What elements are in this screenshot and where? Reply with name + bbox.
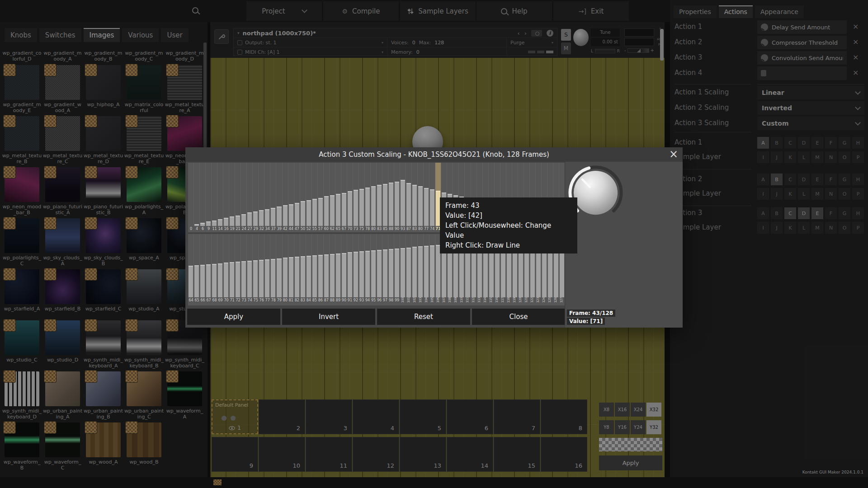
curve-bar-frame[interactable] [359, 234, 364, 297]
curve-bar-frame[interactable] [394, 163, 400, 226]
curve-bar-frame[interactable] [364, 163, 370, 226]
curve-bar-frame[interactable] [376, 163, 382, 226]
curve-bar-value-label: 114 [482, 297, 488, 305]
curve-bar-frame[interactable] [411, 163, 417, 226]
curve-bar-frame[interactable] [311, 234, 317, 297]
curve-bar-frame[interactable] [270, 234, 276, 297]
modal-reset-button[interactable]: Reset [377, 309, 470, 325]
curve-bar-frame[interactable] [211, 163, 217, 226]
curve-bar-frame[interactable] [264, 163, 270, 226]
curve-bar-value-label: 115 [488, 297, 494, 305]
curve-bar-value-label: 90 [394, 226, 400, 232]
modal-apply-button[interactable]: Apply [187, 309, 280, 325]
curve-bar-frame[interactable] [406, 234, 411, 297]
curve-bar-frame[interactable] [353, 234, 359, 297]
curve-bar-frame[interactable] [394, 234, 400, 297]
curve-bar-frame[interactable] [241, 234, 246, 297]
curve-bar-frame[interactable] [376, 234, 382, 297]
curve-bar-frame[interactable] [229, 234, 235, 297]
curve-bar-frame[interactable] [429, 163, 435, 226]
curve-bar-frame[interactable] [193, 234, 199, 297]
curve-bar-frame[interactable] [423, 234, 429, 297]
curve-bar-frame[interactable] [235, 163, 241, 226]
curve-bar-frame[interactable] [276, 163, 282, 226]
curve-bar-frame[interactable] [282, 234, 288, 297]
curve-bar-frame[interactable] [288, 163, 294, 226]
curve-bar-frame[interactable] [364, 234, 370, 297]
close-icon[interactable]: × [669, 147, 678, 161]
curve-bar-frame[interactable] [306, 234, 311, 297]
curve-bar-frame[interactable] [193, 163, 199, 226]
curve-bar-frame[interactable] [423, 163, 429, 226]
curve-bar-frame[interactable] [382, 163, 388, 226]
dialog-titlebar[interactable]: Action 3 Custom Scaling - KNOB_1SS62O45O… [185, 147, 683, 162]
curve-bar-value-label: 27 [247, 226, 253, 232]
curve-bar-frame[interactable] [353, 163, 359, 226]
curve-bar-frame[interactable] [205, 163, 211, 226]
curve-bar-frame[interactable] [300, 234, 306, 297]
curve-bar-frame[interactable] [294, 163, 300, 226]
curve-bar-value-label: 92 [353, 297, 359, 305]
curve-bar-frame[interactable] [317, 163, 323, 226]
curve-bar-frame[interactable] [329, 163, 335, 226]
curve-bar-frame[interactable] [188, 234, 193, 297]
curve-bar-frame[interactable] [347, 163, 353, 226]
curve-bar-frame[interactable] [335, 234, 341, 297]
curve-bar-frame[interactable] [282, 163, 288, 226]
curve-bar-frame[interactable] [306, 163, 311, 226]
curve-bar-frame[interactable] [406, 163, 411, 226]
curve-bar-frame[interactable] [323, 234, 329, 297]
curve-bar-frame[interactable] [205, 234, 211, 297]
curve-bar-frame[interactable] [400, 163, 406, 226]
curve-bar-frame[interactable] [323, 163, 329, 226]
curve-bar-frame[interactable] [417, 163, 423, 226]
curve-bar-frame[interactable] [370, 234, 376, 297]
curve-bar-frame[interactable] [246, 234, 252, 297]
curve-bar-frame[interactable] [235, 234, 241, 297]
curve-bar-frame[interactable] [199, 163, 205, 226]
modal-close-button[interactable]: Close [472, 309, 565, 325]
curve-bar-frame[interactable] [264, 234, 270, 297]
curve-bar-frame[interactable] [400, 234, 406, 297]
curve-bar-frame[interactable] [199, 234, 205, 297]
curve-bar-frame[interactable] [388, 234, 394, 297]
curve-bar-frame[interactable] [388, 163, 394, 226]
curve-bar-frame[interactable] [188, 163, 193, 226]
modal-invert-button[interactable]: Invert [282, 309, 375, 325]
curve-bar-frame[interactable] [294, 234, 300, 297]
curve-bar-frame[interactable] [335, 163, 341, 226]
curve-bar-frame[interactable] [217, 234, 223, 297]
curve-bar-frame[interactable] [347, 234, 353, 297]
curve-bar-value-label: 78 [270, 297, 276, 305]
curve-bar-frame[interactable] [382, 234, 388, 297]
curve-bar-frame[interactable] [258, 163, 264, 226]
curve-bar-frame[interactable] [411, 234, 417, 297]
curve-bar-frame[interactable] [258, 234, 264, 297]
curve-bar-frame[interactable] [317, 234, 323, 297]
curve-bar-frame[interactable] [417, 234, 423, 297]
curve-bar-frame[interactable] [429, 234, 435, 297]
curve-bar-frame[interactable] [252, 234, 258, 297]
curve-bar-frame[interactable] [229, 163, 235, 226]
curve-bar-value-label: 78 [364, 226, 370, 232]
curve-bar-frame[interactable] [311, 163, 317, 226]
curve-bar-frame[interactable] [341, 234, 347, 297]
curve-bar-frame[interactable] [288, 234, 294, 297]
curve-bar-frame[interactable] [211, 234, 217, 297]
curve-bar-value-label: 83 [412, 226, 418, 232]
curve-bar-frame[interactable] [246, 163, 252, 226]
curve-bar-value-label: 109 [453, 297, 459, 305]
curve-bar-frame[interactable] [300, 163, 306, 226]
curve-bar-frame[interactable] [359, 163, 364, 226]
curve-bar-frame[interactable] [270, 163, 276, 226]
curve-bar-frame[interactable] [241, 163, 246, 226]
curve-bar-frame[interactable] [223, 234, 229, 297]
curve-bar-frame[interactable] [276, 234, 282, 297]
curve-bar-value-label: 21 [235, 226, 241, 232]
curve-bar-frame[interactable] [217, 163, 223, 226]
curve-bar-frame[interactable] [252, 163, 258, 226]
curve-bar-frame[interactable] [370, 163, 376, 226]
curve-bar-frame[interactable] [341, 163, 347, 226]
curve-bar-frame[interactable] [223, 163, 229, 226]
curve-bar-frame[interactable] [329, 234, 335, 297]
